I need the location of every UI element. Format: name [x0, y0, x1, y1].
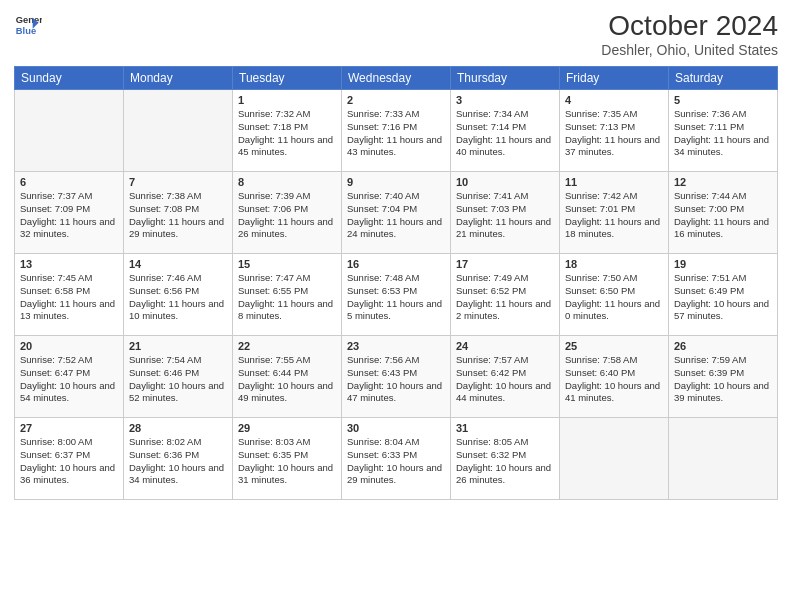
day-number: 9: [347, 176, 445, 188]
table-row: 30Sunrise: 8:04 AM Sunset: 6:33 PM Dayli…: [342, 418, 451, 500]
table-row: 10Sunrise: 7:41 AM Sunset: 7:03 PM Dayli…: [451, 172, 560, 254]
table-row: 22Sunrise: 7:55 AM Sunset: 6:44 PM Dayli…: [233, 336, 342, 418]
month-title: October 2024: [601, 10, 778, 42]
table-row: 26Sunrise: 7:59 AM Sunset: 6:39 PM Dayli…: [669, 336, 778, 418]
table-row: 5Sunrise: 7:36 AM Sunset: 7:11 PM Daylig…: [669, 90, 778, 172]
day-info: Sunrise: 7:33 AM Sunset: 7:16 PM Dayligh…: [347, 108, 445, 159]
day-number: 13: [20, 258, 118, 270]
day-number: 10: [456, 176, 554, 188]
svg-text:General: General: [16, 15, 42, 25]
table-row: 27Sunrise: 8:00 AM Sunset: 6:37 PM Dayli…: [15, 418, 124, 500]
day-info: Sunrise: 7:52 AM Sunset: 6:47 PM Dayligh…: [20, 354, 118, 405]
day-info: Sunrise: 7:38 AM Sunset: 7:08 PM Dayligh…: [129, 190, 227, 241]
day-info: Sunrise: 7:57 AM Sunset: 6:42 PM Dayligh…: [456, 354, 554, 405]
day-number: 24: [456, 340, 554, 352]
calendar-week-row: 6Sunrise: 7:37 AM Sunset: 7:09 PM Daylig…: [15, 172, 778, 254]
table-row: 31Sunrise: 8:05 AM Sunset: 6:32 PM Dayli…: [451, 418, 560, 500]
day-number: 20: [20, 340, 118, 352]
day-header-saturday: Saturday: [669, 67, 778, 90]
day-info: Sunrise: 7:50 AM Sunset: 6:50 PM Dayligh…: [565, 272, 663, 323]
day-number: 6: [20, 176, 118, 188]
day-number: 19: [674, 258, 772, 270]
day-number: 8: [238, 176, 336, 188]
day-number: 16: [347, 258, 445, 270]
table-row: 11Sunrise: 7:42 AM Sunset: 7:01 PM Dayli…: [560, 172, 669, 254]
table-row: 12Sunrise: 7:44 AM Sunset: 7:00 PM Dayli…: [669, 172, 778, 254]
table-row: 25Sunrise: 7:58 AM Sunset: 6:40 PM Dayli…: [560, 336, 669, 418]
calendar-week-row: 27Sunrise: 8:00 AM Sunset: 6:37 PM Dayli…: [15, 418, 778, 500]
day-info: Sunrise: 7:35 AM Sunset: 7:13 PM Dayligh…: [565, 108, 663, 159]
title-block: October 2024 Deshler, Ohio, United State…: [601, 10, 778, 58]
table-row: 20Sunrise: 7:52 AM Sunset: 6:47 PM Dayli…: [15, 336, 124, 418]
day-number: 11: [565, 176, 663, 188]
day-number: 17: [456, 258, 554, 270]
table-row: 14Sunrise: 7:46 AM Sunset: 6:56 PM Dayli…: [124, 254, 233, 336]
day-info: Sunrise: 7:40 AM Sunset: 7:04 PM Dayligh…: [347, 190, 445, 241]
day-info: Sunrise: 7:47 AM Sunset: 6:55 PM Dayligh…: [238, 272, 336, 323]
table-row: 8Sunrise: 7:39 AM Sunset: 7:06 PM Daylig…: [233, 172, 342, 254]
day-info: Sunrise: 7:45 AM Sunset: 6:58 PM Dayligh…: [20, 272, 118, 323]
table-row: 7Sunrise: 7:38 AM Sunset: 7:08 PM Daylig…: [124, 172, 233, 254]
day-number: 5: [674, 94, 772, 106]
table-row: [124, 90, 233, 172]
day-info: Sunrise: 7:32 AM Sunset: 7:18 PM Dayligh…: [238, 108, 336, 159]
day-info: Sunrise: 7:37 AM Sunset: 7:09 PM Dayligh…: [20, 190, 118, 241]
table-row: 24Sunrise: 7:57 AM Sunset: 6:42 PM Dayli…: [451, 336, 560, 418]
table-row: 4Sunrise: 7:35 AM Sunset: 7:13 PM Daylig…: [560, 90, 669, 172]
calendar-week-row: 1Sunrise: 7:32 AM Sunset: 7:18 PM Daylig…: [15, 90, 778, 172]
day-number: 1: [238, 94, 336, 106]
table-row: 1Sunrise: 7:32 AM Sunset: 7:18 PM Daylig…: [233, 90, 342, 172]
calendar-header-row: Sunday Monday Tuesday Wednesday Thursday…: [15, 67, 778, 90]
day-info: Sunrise: 7:44 AM Sunset: 7:00 PM Dayligh…: [674, 190, 772, 241]
day-info: Sunrise: 7:55 AM Sunset: 6:44 PM Dayligh…: [238, 354, 336, 405]
day-info: Sunrise: 7:42 AM Sunset: 7:01 PM Dayligh…: [565, 190, 663, 241]
table-row: 28Sunrise: 8:02 AM Sunset: 6:36 PM Dayli…: [124, 418, 233, 500]
table-row: 17Sunrise: 7:49 AM Sunset: 6:52 PM Dayli…: [451, 254, 560, 336]
day-number: 14: [129, 258, 227, 270]
day-number: 2: [347, 94, 445, 106]
day-header-tuesday: Tuesday: [233, 67, 342, 90]
day-number: 26: [674, 340, 772, 352]
logo: General Blue: [14, 10, 42, 38]
table-row: 19Sunrise: 7:51 AM Sunset: 6:49 PM Dayli…: [669, 254, 778, 336]
table-row: [669, 418, 778, 500]
day-number: 27: [20, 422, 118, 434]
table-row: 23Sunrise: 7:56 AM Sunset: 6:43 PM Dayli…: [342, 336, 451, 418]
table-row: [560, 418, 669, 500]
day-info: Sunrise: 8:00 AM Sunset: 6:37 PM Dayligh…: [20, 436, 118, 487]
table-row: 2Sunrise: 7:33 AM Sunset: 7:16 PM Daylig…: [342, 90, 451, 172]
calendar-week-row: 20Sunrise: 7:52 AM Sunset: 6:47 PM Dayli…: [15, 336, 778, 418]
table-row: 29Sunrise: 8:03 AM Sunset: 6:35 PM Dayli…: [233, 418, 342, 500]
location-subtitle: Deshler, Ohio, United States: [601, 42, 778, 58]
table-row: 15Sunrise: 7:47 AM Sunset: 6:55 PM Dayli…: [233, 254, 342, 336]
day-number: 25: [565, 340, 663, 352]
day-number: 18: [565, 258, 663, 270]
day-number: 21: [129, 340, 227, 352]
day-number: 12: [674, 176, 772, 188]
day-info: Sunrise: 7:46 AM Sunset: 6:56 PM Dayligh…: [129, 272, 227, 323]
day-info: Sunrise: 7:41 AM Sunset: 7:03 PM Dayligh…: [456, 190, 554, 241]
day-info: Sunrise: 7:39 AM Sunset: 7:06 PM Dayligh…: [238, 190, 336, 241]
day-info: Sunrise: 7:58 AM Sunset: 6:40 PM Dayligh…: [565, 354, 663, 405]
day-number: 30: [347, 422, 445, 434]
day-header-friday: Friday: [560, 67, 669, 90]
day-info: Sunrise: 8:03 AM Sunset: 6:35 PM Dayligh…: [238, 436, 336, 487]
table-row: 18Sunrise: 7:50 AM Sunset: 6:50 PM Dayli…: [560, 254, 669, 336]
calendar-week-row: 13Sunrise: 7:45 AM Sunset: 6:58 PM Dayli…: [15, 254, 778, 336]
day-info: Sunrise: 8:04 AM Sunset: 6:33 PM Dayligh…: [347, 436, 445, 487]
day-info: Sunrise: 7:51 AM Sunset: 6:49 PM Dayligh…: [674, 272, 772, 323]
day-number: 3: [456, 94, 554, 106]
day-info: Sunrise: 8:05 AM Sunset: 6:32 PM Dayligh…: [456, 436, 554, 487]
day-info: Sunrise: 7:49 AM Sunset: 6:52 PM Dayligh…: [456, 272, 554, 323]
day-number: 22: [238, 340, 336, 352]
day-info: Sunrise: 7:34 AM Sunset: 7:14 PM Dayligh…: [456, 108, 554, 159]
table-row: 13Sunrise: 7:45 AM Sunset: 6:58 PM Dayli…: [15, 254, 124, 336]
table-row: 3Sunrise: 7:34 AM Sunset: 7:14 PM Daylig…: [451, 90, 560, 172]
day-header-thursday: Thursday: [451, 67, 560, 90]
day-info: Sunrise: 7:54 AM Sunset: 6:46 PM Dayligh…: [129, 354, 227, 405]
table-row: 6Sunrise: 7:37 AM Sunset: 7:09 PM Daylig…: [15, 172, 124, 254]
day-header-wednesday: Wednesday: [342, 67, 451, 90]
day-header-sunday: Sunday: [15, 67, 124, 90]
day-info: Sunrise: 7:36 AM Sunset: 7:11 PM Dayligh…: [674, 108, 772, 159]
day-info: Sunrise: 7:59 AM Sunset: 6:39 PM Dayligh…: [674, 354, 772, 405]
